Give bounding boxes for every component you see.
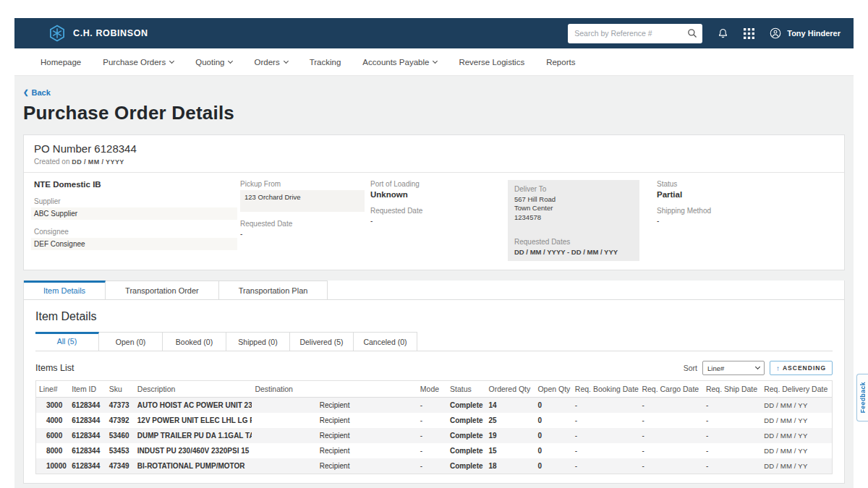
po-created-on: Created on DD / MM / YYYY [34,158,834,166]
search-input[interactable] [568,24,702,43]
tab[interactable]: Transportation Order [106,281,219,299]
nav-item[interactable]: Purchase Orders [103,58,174,67]
column-header: Req. Cargo Date [639,381,702,398]
pickup-requested-date-label: Requested Date [240,220,370,228]
cell-req-booking-date: - [572,398,639,414]
apps-grid-icon[interactable] [744,28,754,39]
nav-item[interactable]: Reverse Logistics [459,58,524,67]
deliver-to-panel: Deliver To 567 Hill RoadTown Center12345… [508,180,639,261]
cell-open-qty: 0 [535,398,571,414]
sort-select[interactable]: Line# [702,361,765,375]
cell-ordered-qty: 25 [485,413,535,428]
details-tabs-card: Item Details Transportation Order Transp… [23,281,845,484]
table-row[interactable]: 8000 6128344 53453 INDUST PU 230/460V 23… [36,443,832,458]
filter-tab[interactable]: Open (0) [99,332,163,351]
cell-status: Complete [447,458,486,474]
filter-tab[interactable]: Booked (0) [163,332,226,351]
tab[interactable]: Item Details [24,281,106,299]
search-box [568,24,702,43]
cell-req-delivery-date: DD / MM / YY [761,398,832,414]
nav-item[interactable]: Accounts Payable [362,58,437,67]
cell-status: Complete [447,413,486,428]
cell-sku: 47392 [106,413,135,428]
items-table: Line#Item IDSkuDescriptionDestinationMod… [36,381,832,474]
brand-logo[interactable]: C.H. ROBINSON [48,24,148,43]
cell-sku: 53460 [106,428,135,443]
cell-req-delivery-date: DD / MM / YY [761,458,832,474]
po-summary-card: PO Number 6128344 Created on DD / MM / Y… [23,134,845,270]
cell-line: 4000 [36,413,69,428]
deliver-to-label: Deliver To [514,185,633,193]
cell-req-ship-date: - [703,443,761,458]
back-link[interactable]: ❮ Back [23,88,51,97]
nav-item[interactable]: Orders [254,58,287,67]
cell-req-booking-date: - [572,458,639,474]
column-header: Mode [417,381,447,398]
cell-description: BI-ROTATIONAL PUMP/MOTOR [135,458,252,474]
filter-tab[interactable]: Delivered (5) [290,332,354,351]
cell-line: 8000 [36,443,69,458]
column-header: Line# [36,381,69,398]
table-row[interactable]: 4000 6128344 47392 12V POWER UNIT ELEC L… [36,413,832,428]
cell-open-qty: 0 [535,413,571,428]
cell-mode: - [417,428,447,443]
cell-ordered-qty: 19 [485,428,535,443]
cell-item-id: 6128344 [69,443,106,458]
nav-item[interactable]: Quoting [195,58,232,67]
sort-direction-button[interactable]: ↑ ASCENDING [770,361,833,375]
column-header: Req. Booking Date [572,381,639,398]
table-row[interactable]: 6000 6128344 53460 DUMP TRAILER PU DA 1.… [36,428,832,443]
filter-tab[interactable]: All (5) [35,332,99,351]
cell-item-id: 6128344 [69,428,106,443]
user-menu[interactable]: Tony Hinderer [769,27,841,40]
cell-destination: Recipient [252,398,417,414]
chevron-down-icon [755,364,760,369]
cell-req-cargo-date: - [639,458,702,474]
cell-mode: - [417,458,447,474]
port-requested-date-value: - [370,217,508,225]
feedback-button[interactable]: Feedback [856,374,868,421]
column-header: Req. Ship Date [703,381,761,398]
cell-req-booking-date: - [572,443,639,458]
filter-tab[interactable]: Canceled (0) [354,332,417,351]
bell-icon[interactable] [717,27,729,40]
cell-status: Complete [447,398,486,414]
nav-item[interactable]: Tracking [310,58,341,67]
port-of-loading-label: Port of Loading [370,180,508,188]
chevron-down-icon [433,58,438,63]
cell-open-qty: 0 [535,458,571,474]
table-row[interactable]: 10000 6128344 47349 BI-ROTATIONAL PUMP/M… [36,458,832,474]
cell-line: 3000 [36,398,69,414]
status-value: Partial [657,190,834,199]
cell-status: Complete [447,428,486,443]
deliver-to-value: 567 Hill RoadTown Center1234578 [514,195,633,222]
app-window: C.H. ROBINSON Tony Hinderer [0,0,868,488]
cell-description: DUMP TRAILER PU DA 1.1GAL TANK [135,428,252,443]
tab[interactable]: Transportation Plan [219,281,328,299]
brand-icon [48,24,67,43]
cell-destination: Recipient [252,443,417,458]
po-number: PO Number 6128344 [34,142,834,155]
sort-label: Sort [684,364,697,372]
cell-req-ship-date: - [703,458,761,474]
nav-item[interactable]: Homepage [41,58,81,67]
user-icon [769,27,782,40]
cell-req-ship-date: - [703,428,761,443]
nav-item[interactable]: Reports [546,58,575,67]
cell-sku: 47349 [106,458,135,474]
search-icon[interactable] [687,28,697,41]
chevron-down-icon [169,58,174,63]
shipping-method-label: Shipping Method [657,207,834,215]
ascending-arrow-icon: ↑ [776,364,780,372]
cell-req-cargo-date: - [639,428,702,443]
cell-destination: Recipient [252,458,417,474]
cell-req-booking-date: - [572,413,639,428]
cell-req-cargo-date: - [639,413,702,428]
cell-description: AUTO HOIST AC POWER UNIT 230V [135,398,252,414]
consignee-value: DEF Consignee [31,238,237,250]
requested-dates-value: DD / MM / YYYY - DD / MM / YYY [514,248,633,256]
filter-tab[interactable]: Shipped (0) [226,332,290,351]
table-row[interactable]: 3000 6128344 47373 AUTO HOIST AC POWER U… [36,398,832,414]
cell-req-cargo-date: - [639,398,702,414]
cell-req-delivery-date: DD / MM / YY [761,428,832,443]
